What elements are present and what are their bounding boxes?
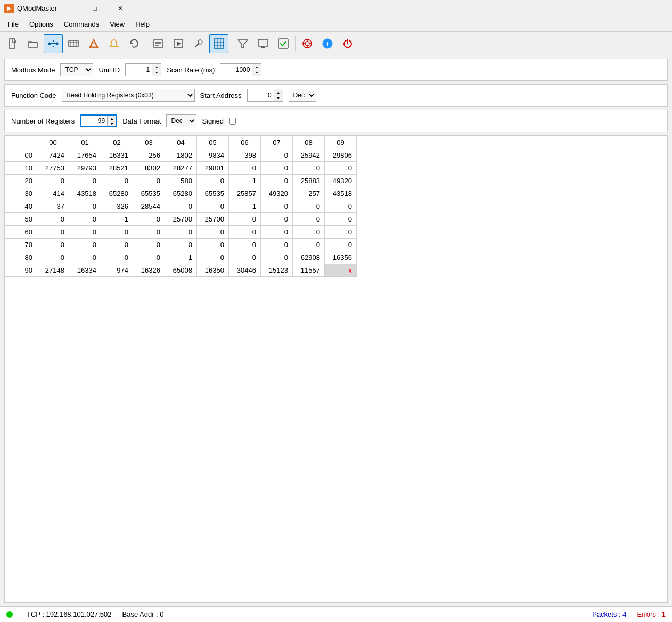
address-format-select[interactable]: Dec Hex [289,89,316,102]
cell-90-4[interactable]: 65008 [165,264,197,277]
start-address-up[interactable]: ▲ [274,89,283,95]
maximize-button[interactable]: □ [83,1,107,16]
minimize-button[interactable]: — [57,1,81,16]
filter-button[interactable] [233,34,252,53]
cell-80-2[interactable]: 0 [101,251,133,264]
modbus-mode-select[interactable]: TCP RTU ASCII [60,63,93,76]
cell-00-8[interactable]: 25942 [293,149,325,162]
table-view-button[interactable] [209,34,228,53]
cell-70-4[interactable]: 0 [165,239,197,251]
scan-button[interactable] [84,34,103,53]
target-button[interactable] [298,34,317,53]
connect-button[interactable] [44,34,63,53]
cell-40-3[interactable]: 28544 [133,200,165,213]
cell-90-0[interactable]: 27148 [37,264,69,277]
cell-20-3[interactable]: 0 [133,175,165,187]
cell-20-9[interactable]: 49320 [325,175,357,187]
cell-80-5[interactable]: 0 [197,251,229,264]
menu-commands[interactable]: Commands [59,18,104,30]
cell-80-1[interactable]: 0 [69,251,101,264]
cell-10-9[interactable]: 0 [325,162,357,175]
cell-40-8[interactable]: 0 [293,200,325,213]
tools-button[interactable] [189,34,208,53]
new-button[interactable] [3,34,22,53]
open-button[interactable] [23,34,43,53]
cell-80-7[interactable]: 0 [261,251,293,264]
cell-10-3[interactable]: 8302 [133,162,165,175]
cell-20-0[interactable]: 0 [37,175,69,187]
cell-20-2[interactable]: 0 [101,175,133,187]
scan-rate-up[interactable]: ▲ [252,64,261,70]
cell-30-0[interactable]: 414 [37,187,69,200]
unit-id-down[interactable]: ▼ [152,70,161,76]
cell-40-2[interactable]: 326 [101,200,133,213]
menu-help[interactable]: Help [130,18,155,30]
cell-50-1[interactable]: 0 [69,213,101,226]
cell-00-5[interactable]: 9834 [197,149,229,162]
cell-50-9[interactable]: 0 [325,213,357,226]
start-address-input[interactable] [248,89,274,101]
cell-20-7[interactable]: 0 [261,175,293,187]
cell-70-3[interactable]: 0 [133,239,165,251]
cell-00-3[interactable]: 256 [133,149,165,162]
data-format-select[interactable]: Dec Hex Bin Float [166,114,196,127]
cell-80-0[interactable]: 0 [37,251,69,264]
cell-10-7[interactable]: 0 [261,162,293,175]
scan-rate-input[interactable] [220,64,252,76]
cell-70-1[interactable]: 0 [69,239,101,251]
cell-30-3[interactable]: 65535 [133,187,165,200]
cell-90-1[interactable]: 16334 [69,264,101,277]
play-button[interactable] [169,34,188,53]
cell-90-7[interactable]: 15123 [261,264,293,277]
cell-80-8[interactable]: 62908 [293,251,325,264]
cell-90-9[interactable]: x [325,264,357,277]
cell-70-8[interactable]: 0 [293,239,325,251]
cell-60-6[interactable]: 0 [229,226,261,239]
cell-30-1[interactable]: 43518 [69,187,101,200]
cell-30-9[interactable]: 43518 [325,187,357,200]
cell-90-5[interactable]: 16350 [197,264,229,277]
cell-00-4[interactable]: 1802 [165,149,197,162]
cell-40-6[interactable]: 1 [229,200,261,213]
cell-70-5[interactable]: 0 [197,239,229,251]
refresh-button[interactable] [125,34,144,53]
unit-id-input[interactable] [126,64,152,76]
clear-button[interactable] [104,34,124,53]
cell-40-4[interactable]: 0 [165,200,197,213]
cell-10-4[interactable]: 28277 [165,162,197,175]
cell-30-8[interactable]: 257 [293,187,325,200]
num-registers-down[interactable]: ▼ [108,121,116,126]
cell-60-1[interactable]: 0 [69,226,101,239]
cell-70-6[interactable]: 0 [229,239,261,251]
cell-40-1[interactable]: 0 [69,200,101,213]
cell-60-3[interactable]: 0 [133,226,165,239]
cell-20-5[interactable]: 0 [197,175,229,187]
cell-00-2[interactable]: 16331 [101,149,133,162]
cell-10-5[interactable]: 29801 [197,162,229,175]
cell-90-2[interactable]: 974 [101,264,133,277]
scan-rate-down[interactable]: ▼ [252,70,261,76]
cell-10-6[interactable]: 0 [229,162,261,175]
cell-40-7[interactable]: 0 [261,200,293,213]
cell-50-8[interactable]: 0 [293,213,325,226]
signed-checkbox[interactable] [229,118,236,125]
edit-button[interactable] [149,34,168,53]
cell-60-2[interactable]: 0 [101,226,133,239]
cell-40-0[interactable]: 37 [37,200,69,213]
cell-50-0[interactable]: 0 [37,213,69,226]
cell-10-8[interactable]: 0 [293,162,325,175]
cell-20-4[interactable]: 580 [165,175,197,187]
menu-file[interactable]: File [2,18,24,30]
bus-monitor-button[interactable] [64,34,83,53]
unit-id-up[interactable]: ▲ [152,64,161,70]
cell-40-9[interactable]: 0 [325,200,357,213]
cell-80-4[interactable]: 1 [165,251,197,264]
cell-60-9[interactable]: 0 [325,226,357,239]
cell-60-7[interactable]: 0 [261,226,293,239]
menu-view[interactable]: View [104,18,130,30]
power-button[interactable] [338,34,357,53]
cell-70-0[interactable]: 0 [37,239,69,251]
cell-20-1[interactable]: 0 [69,175,101,187]
cell-50-7[interactable]: 0 [261,213,293,226]
monitor-button[interactable] [253,34,273,53]
